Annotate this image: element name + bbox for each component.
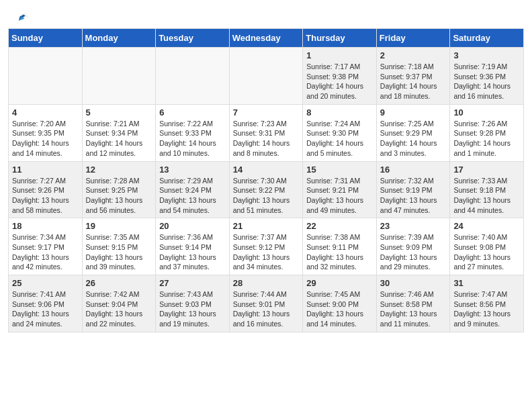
day-number: 20 (159, 221, 226, 231)
day-info-text: Sunrise: 7:42 AM Sunset: 9:04 PM Dayligh… (86, 289, 152, 329)
day-info-text: Sunrise: 7:46 AM Sunset: 8:58 PM Dayligh… (380, 289, 447, 329)
day-info-text: Sunrise: 7:38 AM Sunset: 9:11 PM Dayligh… (306, 232, 373, 272)
calendar-cell: 16Sunrise: 7:32 AM Sunset: 9:19 PM Dayli… (376, 161, 450, 218)
calendar-week-row: 1Sunrise: 7:17 AM Sunset: 9:38 PM Daylig… (9, 48, 524, 105)
calendar-week-row: 4Sunrise: 7:20 AM Sunset: 9:35 PM Daylig… (9, 104, 524, 161)
day-info-text: Sunrise: 7:22 AM Sunset: 9:33 PM Dayligh… (159, 119, 226, 158)
day-number: 16 (380, 165, 447, 175)
calendar-cell: 8Sunrise: 7:24 AM Sunset: 9:30 PM Daylig… (303, 104, 377, 161)
calendar-cell: 29Sunrise: 7:45 AM Sunset: 9:00 PM Dayli… (303, 275, 377, 332)
calendar-cell: 5Sunrise: 7:21 AM Sunset: 9:34 PM Daylig… (82, 104, 156, 161)
day-info-text: Sunrise: 7:18 AM Sunset: 9:37 PM Dayligh… (380, 62, 447, 101)
calendar-cell: 2Sunrise: 7:18 AM Sunset: 9:37 PM Daylig… (376, 48, 450, 105)
day-info-text: Sunrise: 7:33 AM Sunset: 9:18 PM Dayligh… (453, 176, 520, 216)
day-info-text: Sunrise: 7:34 AM Sunset: 9:17 PM Dayligh… (12, 232, 79, 272)
day-info-text: Sunrise: 7:32 AM Sunset: 9:19 PM Dayligh… (380, 176, 447, 216)
calendar-cell: 7Sunrise: 7:23 AM Sunset: 9:31 PM Daylig… (229, 104, 303, 161)
day-info-text: Sunrise: 7:36 AM Sunset: 9:14 PM Dayligh… (159, 232, 226, 272)
day-info-text: Sunrise: 7:24 AM Sunset: 9:30 PM Dayligh… (306, 119, 373, 158)
day-info-text: Sunrise: 7:19 AM Sunset: 9:36 PM Dayligh… (453, 62, 520, 101)
day-info-text: Sunrise: 7:35 AM Sunset: 9:15 PM Dayligh… (86, 232, 152, 272)
calendar-cell: 21Sunrise: 7:37 AM Sunset: 9:12 PM Dayli… (229, 218, 303, 275)
day-number: 13 (159, 165, 226, 175)
page-header (0, 0, 532, 28)
day-number: 25 (12, 278, 79, 288)
day-info-text: Sunrise: 7:27 AM Sunset: 9:26 PM Dayligh… (12, 176, 79, 216)
calendar-cell: 10Sunrise: 7:26 AM Sunset: 9:28 PM Dayli… (450, 104, 524, 161)
day-number: 27 (159, 278, 226, 288)
day-info-text: Sunrise: 7:23 AM Sunset: 9:31 PM Dayligh… (233, 119, 300, 158)
day-number: 21 (233, 221, 300, 231)
day-number: 10 (453, 107, 520, 118)
day-number: 28 (233, 278, 300, 288)
day-number: 24 (453, 221, 520, 231)
day-info-text: Sunrise: 7:30 AM Sunset: 9:22 PM Dayligh… (233, 176, 300, 216)
calendar-cell: 12Sunrise: 7:28 AM Sunset: 9:25 PM Dayli… (82, 161, 156, 218)
calendar-cell: 13Sunrise: 7:29 AM Sunset: 9:24 PM Dayli… (156, 161, 230, 218)
calendar-cell: 11Sunrise: 7:27 AM Sunset: 9:26 PM Dayli… (9, 161, 83, 218)
day-info-text: Sunrise: 7:31 AM Sunset: 9:21 PM Dayligh… (306, 176, 373, 216)
calendar-cell: 20Sunrise: 7:36 AM Sunset: 9:14 PM Dayli… (156, 218, 230, 275)
day-number: 1 (306, 50, 373, 60)
calendar-table: SundayMondayTuesdayWednesdayThursdayFrid… (8, 28, 524, 332)
day-number: 11 (12, 165, 79, 175)
day-of-week-header: Monday (82, 29, 156, 48)
logo (13, 11, 30, 23)
calendar-cell: 23Sunrise: 7:39 AM Sunset: 9:09 PM Dayli… (376, 218, 450, 275)
day-info-text: Sunrise: 7:43 AM Sunset: 9:03 PM Dayligh… (159, 289, 226, 329)
day-of-week-header: Thursday (303, 29, 377, 48)
calendar-cell: 30Sunrise: 7:46 AM Sunset: 8:58 PM Dayli… (376, 275, 450, 332)
day-info-text: Sunrise: 7:41 AM Sunset: 9:06 PM Dayligh… (12, 289, 79, 329)
calendar-cell: 28Sunrise: 7:44 AM Sunset: 9:01 PM Dayli… (229, 275, 303, 332)
day-info-text: Sunrise: 7:45 AM Sunset: 9:00 PM Dayligh… (306, 289, 373, 329)
calendar-cell: 1Sunrise: 7:17 AM Sunset: 9:38 PM Daylig… (303, 48, 377, 105)
calendar-cell: 27Sunrise: 7:43 AM Sunset: 9:03 PM Dayli… (156, 275, 230, 332)
day-number: 12 (86, 165, 152, 175)
calendar-cell: 3Sunrise: 7:19 AM Sunset: 9:36 PM Daylig… (450, 48, 524, 105)
day-number: 7 (233, 107, 300, 118)
calendar-cell: 22Sunrise: 7:38 AM Sunset: 9:11 PM Dayli… (303, 218, 377, 275)
day-info-text: Sunrise: 7:40 AM Sunset: 9:08 PM Dayligh… (453, 232, 520, 272)
calendar-week-row: 11Sunrise: 7:27 AM Sunset: 9:26 PM Dayli… (9, 161, 524, 218)
day-number: 18 (12, 221, 79, 231)
day-info-text: Sunrise: 7:26 AM Sunset: 9:28 PM Dayligh… (453, 119, 520, 158)
day-info-text: Sunrise: 7:25 AM Sunset: 9:29 PM Dayligh… (380, 119, 447, 158)
day-number: 17 (453, 165, 520, 175)
day-number: 9 (380, 107, 447, 118)
day-number: 30 (380, 278, 447, 288)
calendar-week-row: 25Sunrise: 7:41 AM Sunset: 9:06 PM Dayli… (9, 275, 524, 332)
day-number: 23 (380, 221, 447, 231)
calendar-cell: 26Sunrise: 7:42 AM Sunset: 9:04 PM Dayli… (82, 275, 156, 332)
day-number: 5 (86, 107, 152, 118)
day-of-week-header: Wednesday (229, 29, 303, 48)
day-info-text: Sunrise: 7:20 AM Sunset: 9:35 PM Dayligh… (12, 119, 79, 158)
day-of-week-header: Saturday (450, 29, 524, 48)
day-info-text: Sunrise: 7:47 AM Sunset: 8:56 PM Dayligh… (453, 289, 520, 329)
calendar-cell (156, 48, 230, 105)
calendar-cell (9, 48, 83, 105)
day-number: 15 (306, 165, 373, 175)
calendar-cell: 6Sunrise: 7:22 AM Sunset: 9:33 PM Daylig… (156, 104, 230, 161)
calendar-cell: 4Sunrise: 7:20 AM Sunset: 9:35 PM Daylig… (9, 104, 83, 161)
day-number: 29 (306, 278, 373, 288)
day-info-text: Sunrise: 7:29 AM Sunset: 9:24 PM Dayligh… (159, 176, 226, 216)
day-info-text: Sunrise: 7:39 AM Sunset: 9:09 PM Dayligh… (380, 232, 447, 272)
day-info-text: Sunrise: 7:21 AM Sunset: 9:34 PM Dayligh… (86, 119, 152, 158)
day-number: 6 (159, 107, 226, 118)
day-info-text: Sunrise: 7:28 AM Sunset: 9:25 PM Dayligh… (86, 176, 152, 216)
day-number: 22 (306, 221, 373, 231)
calendar-header-row: SundayMondayTuesdayWednesdayThursdayFrid… (9, 29, 524, 48)
day-number: 3 (453, 50, 520, 60)
calendar-cell: 17Sunrise: 7:33 AM Sunset: 9:18 PM Dayli… (450, 161, 524, 218)
calendar-cell: 9Sunrise: 7:25 AM Sunset: 9:29 PM Daylig… (376, 104, 450, 161)
calendar-cell (82, 48, 156, 105)
day-number: 31 (453, 278, 520, 288)
logo-bird-icon (15, 11, 30, 26)
day-number: 19 (86, 221, 152, 231)
calendar-cell: 14Sunrise: 7:30 AM Sunset: 9:22 PM Dayli… (229, 161, 303, 218)
day-info-text: Sunrise: 7:44 AM Sunset: 9:01 PM Dayligh… (233, 289, 300, 329)
calendar-cell: 18Sunrise: 7:34 AM Sunset: 9:17 PM Dayli… (9, 218, 83, 275)
calendar-container: SundayMondayTuesdayWednesdayThursdayFrid… (0, 28, 532, 340)
day-number: 2 (380, 50, 447, 60)
calendar-cell: 24Sunrise: 7:40 AM Sunset: 9:08 PM Dayli… (450, 218, 524, 275)
